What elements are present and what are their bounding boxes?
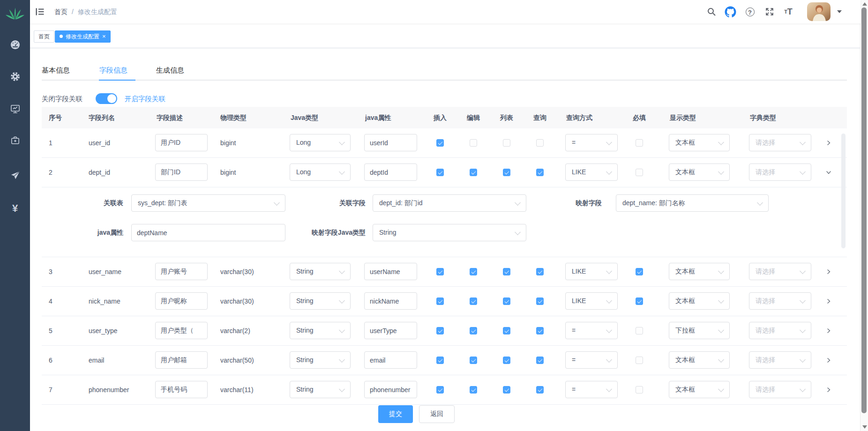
insert-checkbox[interactable] <box>436 386 444 394</box>
desc-input[interactable] <box>155 351 208 369</box>
fullscreen-icon[interactable] <box>763 5 776 18</box>
java-field-input[interactable] <box>364 322 417 339</box>
java-field-input[interactable] <box>364 351 417 369</box>
list-checkbox[interactable] <box>503 268 510 275</box>
mapping-java-type-select[interactable]: String <box>373 224 526 241</box>
insert-checkbox[interactable] <box>436 169 444 176</box>
query-checkbox[interactable] <box>536 297 544 305</box>
java-field-input[interactable] <box>364 134 417 151</box>
sidebar-item-system[interactable] <box>0 67 30 88</box>
html-type-select[interactable]: 文本框 <box>669 381 730 398</box>
dict-type-select[interactable]: 请选择 <box>749 322 811 339</box>
scroll-up-arrow[interactable] <box>862 2 867 6</box>
sidebar-item-dashboard[interactable] <box>0 35 30 56</box>
required-checkbox[interactable] <box>636 357 643 364</box>
caret-down-icon[interactable] <box>837 10 842 13</box>
html-type-select[interactable]: 文本框 <box>669 292 730 310</box>
required-checkbox[interactable] <box>636 386 643 394</box>
java-type-select[interactable]: Long <box>290 134 351 151</box>
mapping-field-select[interactable]: dept_name: 部门名称 <box>616 194 769 212</box>
java-field-input[interactable] <box>364 163 417 181</box>
back-button[interactable]: 返回 <box>419 405 455 423</box>
edit-checkbox[interactable] <box>470 169 477 176</box>
query-type-select[interactable]: = <box>565 322 618 339</box>
dict-type-select[interactable]: 请选择 <box>749 292 811 310</box>
java-type-select[interactable]: Long <box>290 163 351 181</box>
expand-icon[interactable] <box>825 327 832 334</box>
query-type-select[interactable]: LIKE <box>565 263 618 280</box>
sidebar-item-pay[interactable]: ¥ <box>0 198 30 219</box>
insert-checkbox[interactable] <box>436 357 444 364</box>
query-type-select[interactable]: = <box>565 381 618 398</box>
query-checkbox[interactable] <box>536 268 544 275</box>
query-type-select[interactable]: = <box>565 134 618 151</box>
relation-toggle-switch[interactable] <box>96 93 117 104</box>
expand-icon[interactable] <box>825 268 832 275</box>
dict-type-select[interactable]: 请选择 <box>749 381 811 398</box>
sidebar-item-guide[interactable] <box>0 166 30 186</box>
desc-input[interactable] <box>155 381 208 398</box>
java-type-select[interactable]: String <box>290 263 351 280</box>
html-type-select[interactable]: 下拉框 <box>669 322 730 339</box>
html-type-select[interactable]: 文本框 <box>669 263 730 280</box>
required-checkbox[interactable] <box>636 327 643 334</box>
edit-checkbox[interactable] <box>470 357 477 364</box>
list-checkbox[interactable] <box>503 357 510 364</box>
edit-checkbox[interactable] <box>470 297 477 305</box>
query-checkbox[interactable] <box>536 169 544 176</box>
table-scrollbar-thumb[interactable] <box>841 134 846 248</box>
java-type-select[interactable]: String <box>290 322 351 339</box>
edit-checkbox[interactable] <box>470 139 477 147</box>
desc-input[interactable] <box>155 322 208 339</box>
edit-checkbox[interactable] <box>470 386 477 394</box>
insert-checkbox[interactable] <box>436 327 444 334</box>
expand-icon[interactable] <box>825 357 832 364</box>
list-checkbox[interactable] <box>503 327 510 334</box>
java-field-input[interactable] <box>364 381 417 398</box>
expand-icon[interactable] <box>825 140 832 146</box>
search-icon[interactable] <box>705 5 718 18</box>
list-checkbox[interactable] <box>503 386 510 394</box>
required-checkbox[interactable] <box>636 169 643 176</box>
dict-type-select[interactable]: 请选择 <box>749 351 811 369</box>
query-checkbox[interactable] <box>536 139 544 147</box>
insert-checkbox[interactable] <box>436 139 444 147</box>
java-type-select[interactable]: String <box>290 351 351 369</box>
dict-type-select[interactable]: 请选择 <box>749 134 811 151</box>
java-type-select[interactable]: String <box>290 381 351 398</box>
page-scrollbar-thumb[interactable] <box>861 7 867 413</box>
query-checkbox[interactable] <box>536 327 544 334</box>
required-checkbox[interactable] <box>636 297 643 305</box>
desc-input[interactable] <box>155 263 208 280</box>
dict-type-select[interactable]: 请选择 <box>749 263 811 280</box>
tab-generate-info[interactable]: 生成信息 <box>156 60 184 81</box>
app-logo[interactable] <box>0 4 30 24</box>
github-icon[interactable] <box>724 5 737 18</box>
close-icon[interactable]: × <box>102 33 106 40</box>
required-checkbox[interactable] <box>636 268 643 275</box>
sidebar-item-tool[interactable] <box>0 131 30 151</box>
query-checkbox[interactable] <box>536 357 544 364</box>
sidebar-item-monitor[interactable] <box>0 99 30 120</box>
required-checkbox[interactable] <box>636 139 643 147</box>
tag-home[interactable]: 首页 <box>34 30 54 43</box>
desc-input[interactable] <box>155 292 208 310</box>
html-type-select[interactable]: 文本框 <box>669 134 730 151</box>
breadcrumb-home[interactable]: 首页 <box>54 8 67 15</box>
tag-active-page[interactable]: 修改生成配置× <box>55 30 111 43</box>
html-type-select[interactable]: 文本框 <box>669 351 730 369</box>
insert-checkbox[interactable] <box>436 297 444 305</box>
expand-icon[interactable] <box>825 298 832 305</box>
java-field-input[interactable] <box>364 292 417 310</box>
expand-icon[interactable] <box>825 169 832 176</box>
avatar[interactable] <box>807 2 831 21</box>
list-checkbox[interactable] <box>503 169 510 176</box>
query-type-select[interactable]: = <box>565 351 618 369</box>
font-size-icon[interactable]: TT <box>782 5 795 18</box>
expand-icon[interactable] <box>825 386 832 393</box>
sidebar-fold-icon[interactable] <box>35 7 45 17</box>
edit-checkbox[interactable] <box>470 268 477 275</box>
query-checkbox[interactable] <box>536 386 544 394</box>
java-field-input[interactable] <box>364 263 417 280</box>
html-type-select[interactable]: 文本框 <box>669 163 730 181</box>
